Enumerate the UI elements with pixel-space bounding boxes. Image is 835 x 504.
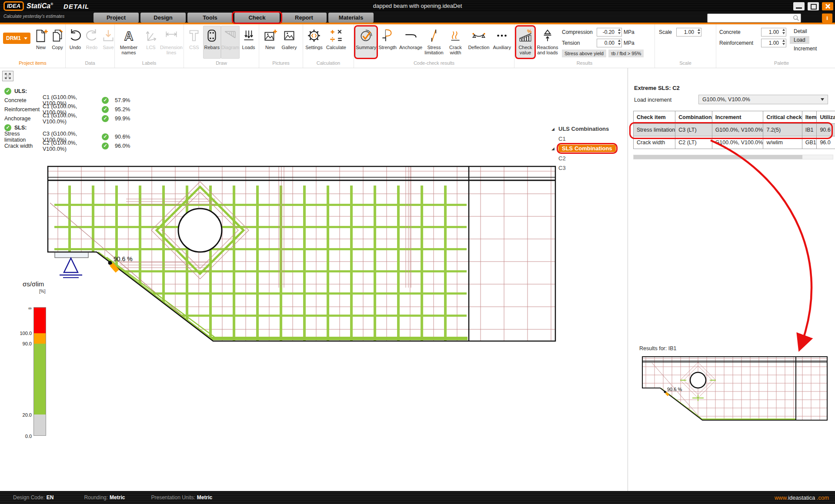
auxiliary-button[interactable]: Auxiliary — [491, 26, 513, 59]
tab-check[interactable]: Check — [234, 13, 280, 23]
compression-unit: MPa — [624, 29, 635, 35]
reinforcement-scale-input[interactable]: 1.00 — [761, 39, 786, 47]
check-value-icon: % — [518, 28, 533, 43]
mini-utilization-marker-label: 90.6 % — [667, 387, 682, 392]
dimension-lines-button[interactable]: Dimension lines — [160, 26, 182, 59]
rebars-button[interactable]: Rebars — [203, 26, 221, 59]
gallery-button[interactable]: Gallery — [280, 26, 299, 59]
axes-icon — [143, 28, 159, 43]
sls-combinations-selected[interactable]: SLS Combinations — [558, 145, 616, 152]
palette-increment-button[interactable]: Increment — [790, 45, 821, 53]
maximize-button[interactable] — [808, 2, 819, 10]
new-picture-button[interactable]: New — [261, 26, 280, 59]
loads-button[interactable]: Loads — [240, 26, 257, 59]
fit-view-button[interactable] — [2, 71, 13, 81]
spinner-arrows-icon[interactable] — [698, 29, 700, 34]
tab-design[interactable]: Design — [140, 13, 186, 23]
tab-report[interactable]: Report — [281, 13, 327, 23]
scrollbar-thumb[interactable] — [634, 155, 802, 159]
tree-expander-icon[interactable] — [551, 146, 558, 151]
tree-node-sls-combinations[interactable]: SLS Combinations — [551, 143, 616, 153]
window-controls — [793, 2, 833, 10]
group-project-items: DRM1 New Copy Project items — [0, 24, 66, 68]
lcs-button[interactable]: LCS — [141, 26, 160, 59]
search-icon — [793, 15, 799, 21]
concrete-scale-input[interactable]: 1.00 — [761, 28, 786, 36]
document-title: dapped beam with opening.ideaDet — [0, 3, 835, 9]
search-box[interactable] — [707, 13, 801, 23]
spinner-arrows-icon[interactable] — [618, 29, 621, 34]
reactions-icon — [540, 28, 555, 43]
save-button[interactable]: Save — [100, 26, 117, 59]
legend-tick: 20.0 — [17, 412, 32, 418]
tab-materials[interactable]: Materials — [328, 13, 374, 23]
reinforcement-label: Reinforcement — [719, 40, 761, 46]
svg-text:%: % — [527, 28, 532, 34]
letter-a-icon: A — [121, 28, 137, 43]
compression-input[interactable]: -0.20 — [597, 28, 622, 36]
member-names-button[interactable]: A Member names — [116, 26, 141, 59]
redo-button[interactable]: Redo — [84, 26, 100, 59]
palette-load-button[interactable]: Load — [790, 36, 809, 44]
check-value-button[interactable]: % Check value — [516, 26, 535, 59]
spinner-arrows-icon[interactable] — [782, 40, 785, 45]
table-row-crack-width[interactable]: Crack width C2 (LT) G100.0%, V100.0% w/w… — [634, 136, 835, 149]
bond-ratio-toggle[interactable]: τb / fbd > 95% — [608, 50, 644, 57]
minimize-button[interactable] — [793, 2, 805, 10]
loads-icon — [241, 28, 257, 43]
anchorage-button[interactable]: Anchorage — [398, 26, 423, 59]
crack-width-button[interactable]: Crack width — [445, 26, 466, 59]
summary-check-icon — [358, 28, 374, 43]
diagram-button[interactable]: Diagram — [221, 26, 240, 59]
tension-input[interactable]: 0.00 — [597, 39, 622, 47]
check-circle-icon — [4, 124, 11, 131]
reactions-and-loads-button[interactable]: Reactions and loads — [535, 26, 560, 59]
load-increment-dropdown[interactable]: G100.0%, V100.0% — [698, 95, 828, 104]
info-button[interactable]: i — [822, 13, 832, 23]
tree-node-uls-combinations[interactable]: ULS Combinations — [551, 124, 616, 134]
group-label: Project items — [0, 60, 65, 68]
check-circle-icon — [102, 97, 109, 104]
copy-icon — [50, 28, 65, 43]
spinner-arrows-icon[interactable] — [782, 29, 785, 34]
legend-tick: ∞ — [17, 305, 32, 311]
main-viewport: ULS: Concrete C1 (G100.0%, V100.0%) 57.9… — [0, 68, 628, 491]
stress-limitation-button[interactable]: Stress limitation — [423, 26, 444, 59]
redo-icon — [84, 28, 100, 43]
strength-button[interactable]: Strength — [377, 26, 398, 59]
table-header-row: Check item Combination Increment Critica… — [634, 111, 835, 124]
group-label: Scale — [655, 60, 716, 68]
copy-project-item-button[interactable]: Copy — [49, 26, 66, 59]
scale-input[interactable]: 1.00 — [676, 28, 701, 36]
new-project-item-button[interactable]: New — [33, 26, 49, 59]
undo-icon — [67, 28, 83, 43]
website-link[interactable]: www.ideastatica .com — [775, 494, 829, 501]
close-button[interactable] — [822, 2, 833, 10]
stress-above-yield-toggle[interactable]: Stress above yield — [562, 50, 606, 57]
table-row-stress-limitation[interactable]: Stress limitation C3 (LT) G100.0%, V100.… — [634, 124, 835, 136]
stress-limitation-icon — [426, 28, 442, 43]
tab-project[interactable]: Project — [94, 13, 139, 23]
settings-button[interactable]: Settings — [304, 26, 324, 59]
tab-tools[interactable]: Tools — [187, 13, 233, 23]
tree-item-c1[interactable]: C1 — [551, 134, 616, 143]
deflection-button[interactable]: Deflection — [466, 26, 491, 59]
css-button[interactable]: CSS — [185, 26, 203, 59]
undo-button[interactable]: Undo — [67, 26, 84, 59]
group-label: Labels — [115, 60, 184, 68]
chevron-down-icon — [821, 98, 824, 101]
calculate-button[interactable]: Calculate — [324, 26, 349, 59]
extreme-title: Extreme SLS: C2 — [634, 85, 680, 91]
group-results: % Check value Reactions and loads Compre… — [514, 24, 655, 68]
gallery-icon — [281, 28, 297, 43]
search-input[interactable] — [708, 15, 793, 21]
palette-detail-button[interactable]: Detail — [790, 27, 811, 35]
spinner-arrows-icon[interactable] — [618, 40, 621, 45]
summary-button[interactable]: Summary — [355, 26, 377, 59]
ribbon-tab-row: Calculate yesterday's estimates Project … — [0, 12, 835, 23]
project-item-selector[interactable]: DRM1 — [3, 33, 30, 44]
table-horizontal-scrollbar[interactable] — [633, 155, 833, 159]
legend-tick: 0.0 — [17, 434, 32, 439]
extreme-results-table: Check item Combination Increment Critica… — [633, 111, 835, 149]
tree-expander-icon[interactable] — [551, 127, 558, 131]
